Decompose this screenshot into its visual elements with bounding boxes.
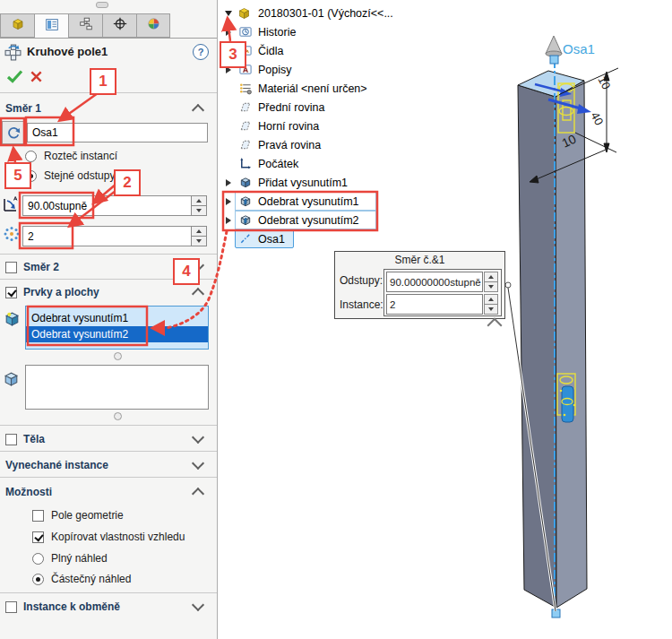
section-header-bodies[interactable]: Těla: [0, 429, 217, 449]
cancel-button[interactable]: [30, 70, 43, 87]
list-item[interactable]: Odebrat vysunutím1: [26, 310, 208, 326]
spinner-up-icon[interactable]: [485, 272, 497, 282]
tab-dimxpertmanager[interactable]: [102, 13, 136, 38]
tree-item-label: Pravá rovina: [258, 139, 321, 151]
list-item-selected[interactable]: Odebrat vysunutím2: [26, 326, 208, 342]
spinner-up-icon[interactable]: [192, 227, 206, 237]
tree-item-predni-rovina[interactable]: Přední rovina: [220, 98, 409, 117]
dimension-text-top[interactable]: 10: [595, 73, 613, 91]
spinner-down-icon[interactable]: [192, 237, 206, 246]
expand-arrow-icon[interactable]: [224, 29, 233, 36]
panel-resize-handle[interactable]: [96, 2, 108, 8]
part-icon: [237, 6, 252, 21]
tab-propertymanager[interactable]: [34, 13, 68, 39]
reverse-direction-button[interactable]: [2, 121, 24, 144]
tree-item-prava-rovina[interactable]: Pravá rovina: [220, 135, 409, 154]
tree-item-pocatek[interactable]: Počátek: [220, 154, 409, 173]
spinner-down-icon[interactable]: [485, 282, 497, 291]
history-folder-icon: [238, 25, 254, 39]
collapse-chevron-icon[interactable]: [192, 104, 204, 117]
direction2-checkbox[interactable]: [5, 262, 17, 273]
callout-fields: 90.00000000stupně 2: [383, 269, 502, 316]
tree-item-historie[interactable]: Historie: [220, 22, 409, 41]
expand-arrow-icon[interactable]: [224, 198, 233, 205]
tree-item-osa1[interactable]: Osa1: [220, 229, 409, 248]
radio-full-preview[interactable]: Plný náhled: [32, 552, 108, 565]
spinner-down-icon[interactable]: [192, 206, 206, 215]
expand-chevron-icon[interactable]: [192, 457, 204, 470]
radio-icon[interactable]: [32, 553, 44, 565]
tab-featuremanager[interactable]: [0, 13, 34, 38]
expand-arrow-icon[interactable]: [224, 179, 233, 186]
spinner-up-icon[interactable]: [192, 196, 206, 206]
angle-spinner[interactable]: [191, 195, 207, 216]
checkbox-icon[interactable]: [32, 531, 44, 543]
pattern-angle-input[interactable]: 90.00stupně: [22, 195, 192, 216]
help-icon[interactable]: ?: [193, 44, 209, 60]
callout-spacing-label: Odstupy:: [340, 274, 383, 287]
ok-button[interactable]: [6, 69, 24, 87]
instances-vary-checkbox[interactable]: [5, 601, 17, 613]
tree-item-cidla[interactable]: Čidla: [220, 41, 409, 60]
checkbox-geometry-pattern[interactable]: Pole geometrie: [32, 509, 124, 522]
callout-instances-input[interactable]: 2: [386, 294, 483, 315]
collapse-chevron-icon[interactable]: [192, 488, 204, 500]
pattern-count-value: 2: [28, 230, 34, 243]
tree-item-label: Přidat vysunutím1: [258, 177, 348, 189]
tree-item-popisy[interactable]: Popisy: [220, 60, 409, 79]
checkbox-copy-appearance[interactable]: Kopírovat vlastnosti vzhledu: [32, 531, 185, 543]
part-icon: [11, 17, 25, 35]
radio-equal-spacing[interactable]: Stejné odstupy: [25, 169, 115, 182]
display-manager-icon: [146, 17, 161, 34]
features-faces-checkbox[interactable]: [5, 287, 17, 298]
collapse-chevron-icon[interactable]: [192, 288, 204, 300]
count-spinner[interactable]: [191, 226, 207, 246]
section-label: Směr 1: [5, 102, 41, 115]
list-resize-handle[interactable]: [114, 412, 122, 420]
section-label: Prvky a plochy: [23, 286, 99, 298]
collapse-arrow-icon[interactable]: [224, 11, 233, 16]
checkbox-icon[interactable]: [32, 510, 44, 522]
tree-item-material[interactable]: Materiál <není určen>: [220, 79, 409, 98]
radio-icon[interactable]: [25, 151, 37, 162]
tree-item-horni-rovina[interactable]: Horní rovina: [220, 117, 409, 135]
model-column[interactable]: [518, 71, 587, 608]
spinner-down-icon[interactable]: [485, 305, 497, 314]
expand-chevron-icon[interactable]: [192, 431, 204, 444]
radio-icon[interactable]: [32, 574, 44, 585]
tab-configurationmanager[interactable]: [68, 13, 102, 38]
pattern-count-input[interactable]: 2: [22, 226, 192, 246]
tree-item-label: Přední rovina: [258, 101, 324, 114]
radio-partial-preview[interactable]: Částečný náhled: [32, 573, 131, 585]
bodies-checkbox[interactable]: [5, 434, 17, 445]
expand-arrow-icon[interactable]: [224, 217, 233, 224]
callout-instances-spinner[interactable]: [484, 294, 498, 315]
expand-chevron-icon[interactable]: [192, 599, 204, 611]
section-header-features-faces[interactable]: Prvky a plochy: [0, 282, 217, 302]
axis-manipulator-icon[interactable]: [546, 36, 562, 64]
section-header-skipped-instances[interactable]: Vynechané instance: [0, 455, 217, 475]
callout-spacing-input[interactable]: 90.00000000stupně: [386, 272, 483, 292]
faces-selection-list[interactable]: [25, 365, 209, 410]
dimension-text-mid[interactable]: 40: [588, 109, 606, 127]
tree-item-odebrat-vysunutim1[interactable]: Odebrat vysunutím1: [220, 192, 409, 211]
tab-displaymanager[interactable]: [136, 13, 170, 38]
dimxpert-target-icon: [112, 17, 128, 34]
section-header-instances-to-vary[interactable]: Instance k obměně: [0, 597, 217, 617]
features-selection-list[interactable]: Odebrat vysunutím1 Odebrat vysunutím2: [25, 306, 209, 350]
section-header-direction1[interactable]: Směr 1: [0, 99, 217, 118]
list-resize-handle[interactable]: [114, 352, 122, 360]
tree-item-root[interactable]: 20180301-01 (Výchozí<<...: [220, 4, 409, 22]
callout-spacing-spinner[interactable]: [484, 272, 498, 292]
pattern-axis-input[interactable]: Osa1: [27, 123, 208, 142]
callout-spacing-value: 90.00000000stupně: [390, 277, 481, 288]
step-marker-2: 2: [114, 169, 141, 196]
list-item-label: Odebrat vysunutím2: [31, 328, 128, 341]
section-header-options[interactable]: Možnosti: [0, 482, 217, 502]
spinner-up-icon[interactable]: [485, 295, 497, 305]
tree-item-odebrat-vysunutim2[interactable]: Odebrat vysunutím2: [220, 211, 409, 229]
pattern-callout: Směr č.&1 Odstupy: Instance: 90.00000000…: [334, 251, 505, 319]
tree-item-pridat-vysunutim1[interactable]: Přidat vysunutím1: [220, 173, 409, 192]
radio-instance-spacing[interactable]: Rozteč instancí: [25, 150, 117, 162]
feature-title-row: Kruhové pole1 ?: [0, 42, 218, 64]
